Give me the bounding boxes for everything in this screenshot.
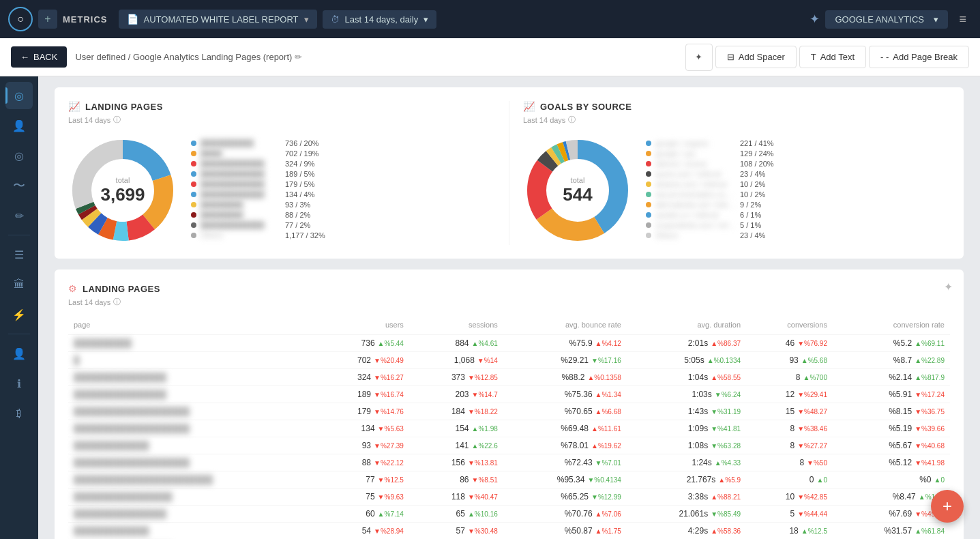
- add-page-break-button[interactable]: - - Add Page Break: [869, 46, 969, 68]
- magic-icon-button[interactable]: ✦: [685, 44, 713, 71]
- table-cell: 75▼%9.63: [315, 489, 409, 506]
- info-icon: ℹ: [17, 377, 21, 390]
- hamburger-menu[interactable]: ≡: [953, 10, 972, 29]
- table-row: ████████████████189▼%16.74203▼%14.7%75.3…: [68, 386, 950, 403]
- analytics-selector[interactable]: GOOGLE ANALYTICS ▾: [825, 10, 948, 29]
- cell-value: 65: [456, 509, 465, 519]
- cell-delta: ▼%17.16: [591, 357, 621, 364]
- legend-dot: [191, 161, 196, 166]
- sidebar-item-dashboard[interactable]: ◎: [5, 82, 33, 109]
- info-circle-3[interactable]: ⓘ: [113, 297, 121, 307]
- cell-value: ████████████████: [74, 390, 166, 399]
- table-cell: ██████████: [68, 335, 315, 352]
- cell-value: %72.43: [565, 458, 593, 467]
- cell-value: 5:05s: [684, 355, 704, 365]
- legend-value: 93 / 3%: [285, 201, 310, 209]
- legend-name: yandex.ru / referral: [655, 211, 737, 219]
- cell-delta: ▼%39.66: [915, 425, 945, 433]
- table-cell: 15▼%48.27: [746, 403, 833, 420]
- cell-value: 57: [456, 526, 465, 536]
- add-text-button[interactable]: T Add Text: [799, 46, 866, 68]
- sidebar-item-info[interactable]: ℹ: [5, 370, 33, 397]
- cell-delta: ▲%5.68: [801, 357, 827, 364]
- table-cell: ████████████████████: [68, 454, 315, 471]
- table-title: LANDING PAGES: [83, 284, 160, 294]
- panel-options-button[interactable]: ✦: [944, 280, 953, 293]
- report-selector[interactable]: 📄 AUTOMATED WHITE LABEL REPORT ▾: [119, 10, 317, 29]
- legend-item: google / organic 221 / 41%: [646, 139, 950, 147]
- legend-value: 10 / 2%: [740, 180, 765, 188]
- logo[interactable]: ○: [8, 7, 33, 31]
- cell-value: %31.57: [884, 526, 912, 536]
- cell-delta: ▲%4.61: [472, 340, 498, 347]
- spark-icon[interactable]: ✦: [810, 12, 820, 27]
- landing-pages-title: LANDING PAGES: [85, 102, 163, 112]
- cell-delta: ▼%36.75: [915, 408, 945, 416]
- table-cell: 156▼%13.81: [409, 454, 503, 471]
- cell-value: %65.25: [561, 492, 589, 501]
- cell-value: %7.69: [889, 509, 912, 519]
- table-cell: %0▲0: [833, 471, 950, 489]
- legend-dot: [646, 222, 651, 228]
- add-button[interactable]: +: [38, 10, 57, 29]
- donut-total-value-1: 3,699: [100, 184, 145, 205]
- cell-delta: ▼%85.49: [711, 510, 741, 518]
- cell-value: ██████████: [74, 338, 132, 348]
- time-range-selector[interactable]: ⏱ Last 14 days, daily ▾: [323, 10, 437, 29]
- sidebar-item-library[interactable]: 🏛: [5, 271, 33, 298]
- table-cell: %95.34▼%0.4134: [503, 471, 627, 489]
- cell-delta: ▼%29.41: [797, 391, 827, 398]
- legend-dot: [191, 233, 196, 238]
- cell-value: 93: [362, 441, 371, 450]
- table-cell: %5.12▼%41.98: [833, 454, 950, 471]
- sidebar-item-flows[interactable]: 〜: [5, 172, 33, 199]
- cell-delta: ▼%17.24: [915, 391, 945, 398]
- add-spacer-button[interactable]: ⊟ Add Spacer: [715, 46, 797, 68]
- cell-delta: ▼%12.85: [468, 374, 498, 381]
- profile-icon: 👤: [12, 347, 26, 360]
- table-row: ████████████████████134▼%5.63154▲%1.98%6…: [68, 420, 950, 437]
- cell-delta: ▼%16.74: [374, 391, 404, 398]
- cell-delta: ▲%11.61: [591, 425, 621, 433]
- cell-value: %5.19: [889, 424, 912, 433]
- landing-pages-legend: ██████████ 736 / 20% ████ 702 / 19% ████…: [191, 139, 495, 242]
- breadcrumb-text: User defined / Google Analytics Landing …: [75, 52, 292, 62]
- table-header: ⚙ LANDING PAGES: [68, 283, 950, 294]
- cell-value: ████████████████████: [74, 458, 190, 467]
- info-circle-1[interactable]: ⓘ: [113, 115, 121, 125]
- cell-value: 1:08s: [688, 441, 708, 450]
- cell-value: 702: [357, 355, 371, 365]
- cell-delta: ▼%30.48: [468, 527, 498, 535]
- back-button[interactable]: ← BACK: [11, 46, 67, 68]
- report-chevron: ▾: [304, 14, 309, 25]
- edit-icon[interactable]: ✏: [295, 52, 302, 62]
- table-cell: 189▼%16.74: [315, 386, 409, 403]
- cell-value: 77: [366, 475, 374, 484]
- toolbar: ← BACK User defined / Google Analytics L…: [0, 38, 980, 76]
- sidebar-item-reports[interactable]: ☰: [5, 241, 33, 268]
- table-cell: %5.91▼%17.24: [833, 386, 950, 403]
- sidebar-item-edit[interactable]: ✏: [5, 202, 33, 229]
- table-cell: 702▼%20.49: [315, 352, 409, 369]
- legend-dot: [646, 151, 651, 156]
- cell-value: 134: [361, 424, 375, 433]
- fab-add-button[interactable]: +: [931, 490, 964, 523]
- goals-legend: google / organic 221 / 41% google / cpc …: [646, 139, 950, 242]
- page-break-icon: - -: [880, 52, 889, 62]
- cell-delta: ▲%817.9: [915, 374, 945, 381]
- legend-name: (direct) / (none): [655, 160, 737, 168]
- billing-icon: ₿: [16, 407, 22, 420]
- info-circle-2[interactable]: ⓘ: [568, 115, 576, 125]
- legend-value: 9 / 2%: [740, 201, 761, 209]
- legend-value: 324 / 9%: [285, 160, 314, 168]
- legend-name: ████████████: [201, 221, 282, 229]
- table-cell: 884▲%4.61: [409, 335, 503, 352]
- legend-value: 5 / 1%: [740, 221, 761, 229]
- sidebar-item-users[interactable]: 👤: [5, 112, 33, 139]
- sidebar-item-analytics[interactable]: ◎: [5, 142, 33, 169]
- time-range-label: Last 14 days, daily: [345, 14, 419, 25]
- sidebar-item-billing[interactable]: ₿: [5, 400, 33, 427]
- column-header: conversion rate: [833, 318, 950, 335]
- sidebar-item-integrations[interactable]: ⚡: [5, 301, 33, 328]
- sidebar-item-profile[interactable]: 👤: [5, 340, 33, 367]
